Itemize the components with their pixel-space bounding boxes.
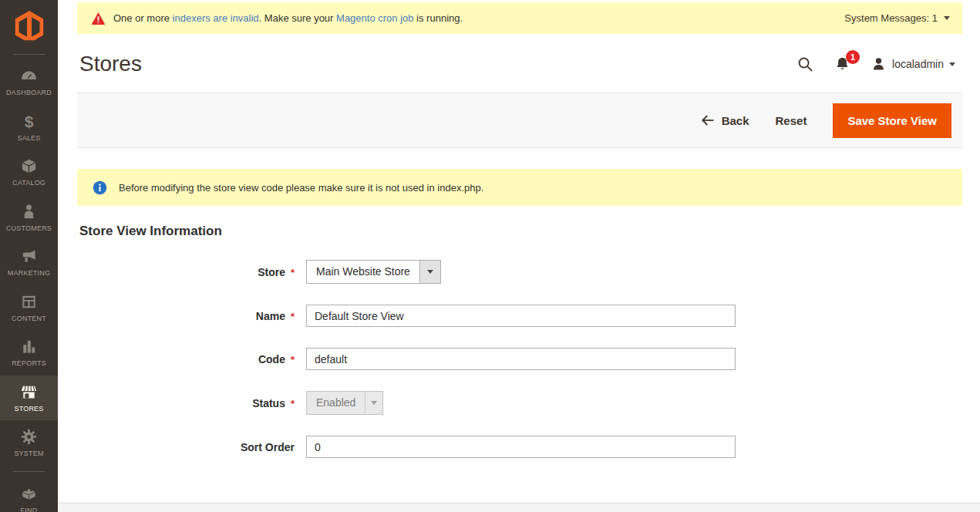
sidebar-item-sales[interactable]: $ SALES: [0, 105, 58, 150]
username-label: localadmin: [892, 58, 944, 70]
reports-icon: [2, 338, 56, 356]
sidebar-item-marketing[interactable]: MARKETING: [0, 240, 58, 285]
sidebar-item-label: SALES: [2, 133, 56, 144]
magento-cron-job-link[interactable]: Magento cron job: [336, 12, 413, 24]
system-messages-bar: One or more indexers are invalid. Make s…: [77, 2, 962, 34]
find-partners-icon: [2, 485, 56, 504]
message-text-part: One or more: [113, 12, 173, 24]
section-title: Store View Information: [79, 224, 962, 239]
sidebar-item-content[interactable]: CONTENT: [0, 285, 58, 331]
status-label: Status: [252, 397, 285, 409]
message-text-part: . Make sure your: [259, 12, 336, 24]
info-notice-text: Before modifying the store view code ple…: [119, 182, 483, 194]
form-row-store: Store * Main Website Store: [58, 260, 980, 284]
store-select[interactable]: Main Website Store: [306, 260, 441, 284]
user-icon: [871, 56, 887, 72]
sales-icon: $: [2, 113, 56, 131]
sidebar-item-label: FIND PARTNERS & EXTENSIONS: [2, 506, 56, 512]
sidebar-item-customers[interactable]: CUSTOMERS: [0, 195, 58, 241]
main-content: One or more indexers are invalid. Make s…: [58, 2, 980, 458]
required-asterisk: *: [291, 311, 295, 322]
chevron-down-icon: [427, 270, 433, 274]
page-title: Stores: [79, 52, 142, 76]
code-label: Code: [258, 353, 285, 365]
sidebar-item-label: CATALOG: [2, 178, 56, 189]
indexers-invalid-link[interactable]: indexers are invalid: [173, 12, 259, 24]
sort-order-label: Sort Order: [241, 441, 295, 453]
page-actions-toolbar: Back Reset Save Store View: [77, 93, 962, 148]
required-asterisk: *: [291, 398, 295, 409]
system-message-text: One or more indexers are invalid. Make s…: [113, 12, 463, 24]
sidebar-item-dashboard[interactable]: DASHBOARD: [0, 59, 58, 105]
reset-button[interactable]: Reset: [776, 114, 807, 127]
catalog-icon: [2, 157, 56, 176]
store-select-value: Main Website Store: [307, 261, 419, 283]
stores-icon: [2, 383, 56, 402]
search-icon: [796, 56, 814, 73]
store-select-toggle[interactable]: [419, 261, 440, 283]
sidebar: DASHBOARD $ SALES CATALOG CUSTOMERS: [0, 0, 58, 512]
chevron-down-icon: [371, 401, 377, 405]
form-row-code: Code *: [58, 348, 980, 370]
store-label: Store: [258, 266, 285, 278]
header-actions: 1 localadmin: [796, 56, 955, 73]
sidebar-item-stores[interactable]: STORES: [0, 376, 58, 421]
sidebar-divider: [13, 471, 45, 472]
field-label: Code *: [58, 352, 295, 365]
field-label: Store *: [58, 265, 295, 278]
sidebar-item-label: DASHBOARD: [2, 88, 56, 99]
back-button[interactable]: Back: [701, 114, 749, 127]
magento-logo-icon: [12, 9, 47, 45]
sidebar-item-label: REPORTS: [2, 359, 56, 369]
status-select: Enabled: [306, 391, 383, 415]
sidebar-item-reports[interactable]: REPORTS: [0, 330, 58, 376]
sidebar-item-find-partners[interactable]: FIND PARTNERS & EXTENSIONS: [0, 477, 58, 512]
sidebar-item-system[interactable]: SYSTEM: [0, 420, 58, 466]
chevron-down-icon: [944, 16, 950, 20]
sidebar-item-catalog[interactable]: CATALOG: [0, 150, 58, 195]
sidebar-nav: DASHBOARD $ SALES CATALOG CUSTOMERS: [0, 59, 58, 512]
required-asterisk: *: [291, 267, 295, 278]
system-icon: [2, 428, 56, 446]
save-store-view-button[interactable]: Save Store View: [833, 103, 951, 138]
page-header: Stores 1: [58, 34, 980, 93]
name-label: Name: [256, 310, 285, 322]
back-arrow-icon: [701, 114, 715, 126]
notifications-button[interactable]: 1: [834, 56, 850, 72]
info-icon: [93, 180, 107, 195]
notifications-badge: 1: [846, 50, 860, 64]
magento-admin-app: DASHBOARD $ SALES CATALOG CUSTOMERS: [0, 0, 980, 512]
page-footer: [58, 503, 980, 512]
field-label: Sort Order: [58, 441, 295, 453]
dashboard-icon: [2, 67, 56, 86]
marketing-icon: [2, 248, 56, 266]
field-label: Name *: [58, 309, 295, 322]
chevron-down-icon: [949, 62, 955, 66]
name-input[interactable]: [306, 305, 736, 327]
status-select-toggle: [365, 392, 382, 414]
customers-icon: [2, 203, 56, 221]
sort-order-input[interactable]: [306, 436, 736, 458]
back-button-label: Back: [722, 114, 749, 127]
form-row-name: Name *: [58, 305, 980, 327]
code-input[interactable]: [306, 348, 736, 370]
system-messages-count-label: System Messages: 1: [844, 12, 938, 24]
form-row-sort-order: Sort Order: [58, 436, 980, 458]
sidebar-item-label: CUSTOMERS: [2, 224, 56, 234]
sidebar-item-label: MARKETING: [2, 268, 56, 279]
sidebar-divider: [13, 54, 45, 55]
content-icon: [2, 293, 56, 312]
search-button[interactable]: [796, 56, 814, 73]
warning-icon: [91, 12, 106, 25]
magento-logo[interactable]: [0, 0, 58, 52]
sidebar-item-label: SYSTEM: [2, 449, 56, 460]
system-message: One or more indexers are invalid. Make s…: [91, 12, 463, 25]
sidebar-item-label: STORES: [2, 404, 56, 415]
sidebar-item-label: CONTENT: [2, 314, 56, 325]
system-messages-dropdown[interactable]: System Messages: 1: [844, 12, 950, 24]
user-menu[interactable]: localadmin: [871, 56, 955, 72]
form-row-status: Status * Enabled: [58, 391, 980, 415]
message-text-part: is running.: [414, 12, 463, 24]
info-notice: Before modifying the store view code ple…: [77, 169, 962, 206]
status-select-value: Enabled: [307, 392, 365, 414]
